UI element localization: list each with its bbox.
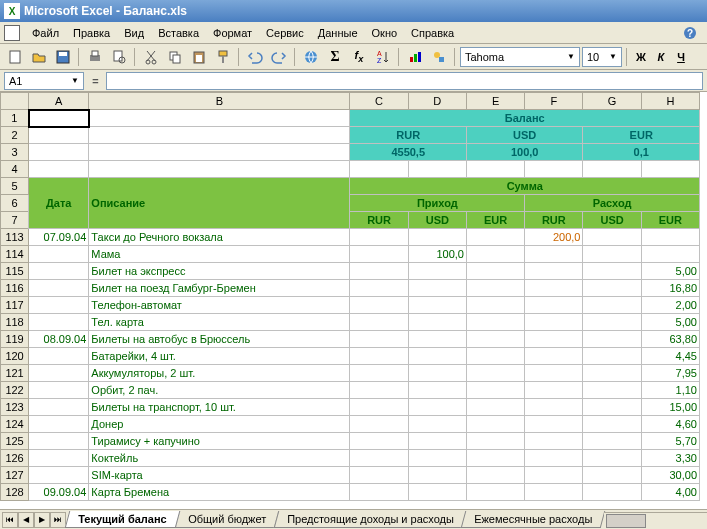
redo-icon[interactable] bbox=[268, 46, 290, 68]
cell[interactable] bbox=[466, 297, 524, 314]
cell-date[interactable] bbox=[29, 450, 89, 467]
cell[interactable] bbox=[408, 416, 466, 433]
cell[interactable] bbox=[350, 246, 408, 263]
cell-desc[interactable]: Тирамису + капучино bbox=[89, 433, 350, 450]
cell[interactable] bbox=[408, 365, 466, 382]
cell[interactable] bbox=[350, 450, 408, 467]
cell[interactable] bbox=[466, 382, 524, 399]
row-header[interactable]: 121 bbox=[1, 365, 29, 382]
format-painter-icon[interactable] bbox=[212, 46, 234, 68]
cell[interactable] bbox=[583, 348, 641, 365]
cell[interactable] bbox=[466, 365, 524, 382]
drawing-icon[interactable] bbox=[428, 46, 450, 68]
cell[interactable] bbox=[525, 161, 583, 178]
row-header[interactable]: 1 bbox=[1, 110, 29, 127]
row-header[interactable]: 116 bbox=[1, 280, 29, 297]
cell[interactable] bbox=[466, 263, 524, 280]
cell[interactable] bbox=[408, 348, 466, 365]
cell[interactable] bbox=[525, 467, 583, 484]
cell[interactable] bbox=[525, 450, 583, 467]
cell[interactable] bbox=[89, 161, 350, 178]
cell[interactable] bbox=[350, 348, 408, 365]
cell[interactable] bbox=[583, 263, 641, 280]
cell[interactable] bbox=[408, 161, 466, 178]
row-header[interactable]: 2 bbox=[1, 127, 29, 144]
cell[interactable]: 5,70 bbox=[641, 433, 699, 450]
sheet-tab[interactable]: Текущий баланс bbox=[65, 511, 180, 528]
cell[interactable] bbox=[583, 314, 641, 331]
cell[interactable]: 200,0 bbox=[525, 229, 583, 246]
cell-desc[interactable]: Орбит, 2 пач. bbox=[89, 382, 350, 399]
bold-button[interactable]: Ж bbox=[632, 51, 650, 63]
cell[interactable] bbox=[350, 297, 408, 314]
cell-date[interactable] bbox=[29, 382, 89, 399]
cell[interactable] bbox=[466, 484, 524, 501]
sort-asc-icon[interactable]: AZ bbox=[372, 46, 394, 68]
cell[interactable] bbox=[29, 161, 89, 178]
cell[interactable] bbox=[466, 399, 524, 416]
cell[interactable] bbox=[350, 365, 408, 382]
cell[interactable]: 5,00 bbox=[641, 314, 699, 331]
cell[interactable] bbox=[583, 382, 641, 399]
cell[interactable] bbox=[350, 314, 408, 331]
hyperlink-icon[interactable] bbox=[300, 46, 322, 68]
row-header[interactable]: 122 bbox=[1, 382, 29, 399]
cell-date[interactable]: 09.09.04 bbox=[29, 484, 89, 501]
open-icon[interactable] bbox=[28, 46, 50, 68]
cell[interactable] bbox=[525, 484, 583, 501]
hdr-rur[interactable]: RUR bbox=[350, 212, 408, 229]
cell-desc[interactable]: Билет на экспресс bbox=[89, 263, 350, 280]
function-icon[interactable]: fx bbox=[348, 46, 370, 68]
cell-date[interactable] bbox=[29, 246, 89, 263]
cell[interactable] bbox=[583, 450, 641, 467]
italic-button[interactable]: К bbox=[652, 51, 670, 63]
cell[interactable] bbox=[350, 416, 408, 433]
cell[interactable] bbox=[408, 399, 466, 416]
cell[interactable] bbox=[29, 144, 89, 161]
cell-desc[interactable]: Билеты на автобус в Брюссель bbox=[89, 331, 350, 348]
cell[interactable] bbox=[583, 297, 641, 314]
cell[interactable] bbox=[350, 467, 408, 484]
hdr-eur[interactable]: EUR bbox=[641, 212, 699, 229]
col-header-G[interactable]: G bbox=[583, 93, 641, 110]
cell[interactable]: 7,95 bbox=[641, 365, 699, 382]
cell[interactable] bbox=[350, 331, 408, 348]
cell-date[interactable] bbox=[29, 263, 89, 280]
print-preview-icon[interactable] bbox=[108, 46, 130, 68]
menu-tools[interactable]: Сервис bbox=[260, 25, 310, 41]
cell[interactable] bbox=[583, 331, 641, 348]
cell[interactable] bbox=[350, 280, 408, 297]
cell-desc[interactable]: Аккумуляторы, 2 шт. bbox=[89, 365, 350, 382]
row-header[interactable]: 114 bbox=[1, 246, 29, 263]
cell[interactable] bbox=[466, 314, 524, 331]
balance-col[interactable]: RUR bbox=[350, 127, 467, 144]
cell[interactable] bbox=[525, 416, 583, 433]
cell-desc[interactable]: Мама bbox=[89, 246, 350, 263]
hdr-usd[interactable]: USD bbox=[408, 212, 466, 229]
row-header[interactable]: 117 bbox=[1, 297, 29, 314]
cell-date[interactable] bbox=[29, 348, 89, 365]
balance-col[interactable]: EUR bbox=[583, 127, 700, 144]
cell-desc[interactable]: Донер bbox=[89, 416, 350, 433]
row-header[interactable]: 115 bbox=[1, 263, 29, 280]
cell[interactable] bbox=[641, 229, 699, 246]
cell-desc[interactable]: Билеты на транспорт, 10 шт. bbox=[89, 399, 350, 416]
cell[interactable]: 63,80 bbox=[641, 331, 699, 348]
cut-icon[interactable] bbox=[140, 46, 162, 68]
cell[interactable] bbox=[525, 263, 583, 280]
hdr-expense[interactable]: Расход bbox=[525, 195, 700, 212]
cell[interactable] bbox=[408, 263, 466, 280]
cell[interactable] bbox=[583, 229, 641, 246]
cell[interactable] bbox=[525, 280, 583, 297]
row-header[interactable]: 118 bbox=[1, 314, 29, 331]
cell[interactable] bbox=[89, 110, 350, 127]
print-icon[interactable] bbox=[84, 46, 106, 68]
cell-date[interactable]: 08.09.04 bbox=[29, 331, 89, 348]
cell[interactable] bbox=[466, 348, 524, 365]
cell[interactable] bbox=[350, 399, 408, 416]
cell[interactable]: 2,00 bbox=[641, 297, 699, 314]
cell[interactable] bbox=[641, 161, 699, 178]
cell[interactable] bbox=[466, 450, 524, 467]
cell[interactable] bbox=[525, 331, 583, 348]
menu-view[interactable]: Вид bbox=[118, 25, 150, 41]
